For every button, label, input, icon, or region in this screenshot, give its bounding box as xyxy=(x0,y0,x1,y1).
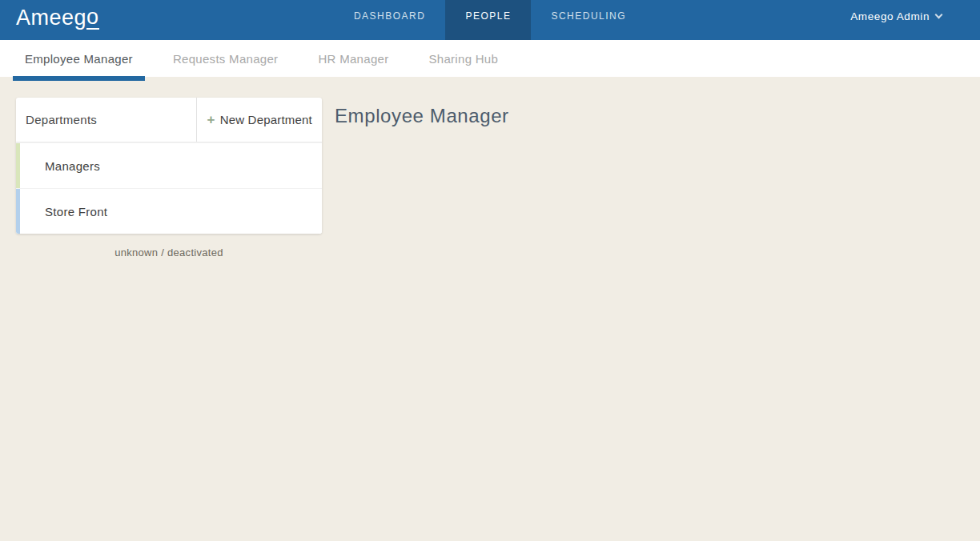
user-menu[interactable]: Ameego Admin xyxy=(850,0,942,40)
department-row-label: Managers xyxy=(45,143,100,188)
tab-sharing-hub[interactable]: Sharing Hub xyxy=(416,40,510,77)
chevron-down-icon xyxy=(935,10,943,18)
department-color-accent xyxy=(16,189,20,234)
department-row-store-front[interactable]: Store Front xyxy=(16,188,322,234)
top-nav-dashboard-label: DASHBOARD xyxy=(354,10,426,22)
department-row-label: Store Front xyxy=(45,189,107,234)
tab-requests-manager-label: Requests Manager xyxy=(173,52,279,66)
departments-panel-title: Departments xyxy=(16,98,196,142)
department-color-accent xyxy=(16,143,20,188)
top-nav: DASHBOARD PEOPLE SCHEDULING xyxy=(0,0,980,40)
tab-sharing-hub-label: Sharing Hub xyxy=(428,52,498,66)
top-nav-dashboard[interactable]: DASHBOARD xyxy=(334,0,446,40)
page-title: Employee Manager xyxy=(335,105,509,127)
tab-employee-manager[interactable]: Employee Manager xyxy=(13,40,145,77)
app-screen: Ameego DASHBOARD PEOPLE SCHEDULING Ameeg… xyxy=(0,0,980,541)
tab-employee-manager-label: Employee Manager xyxy=(25,52,133,66)
top-nav-bar: Ameego DASHBOARD PEOPLE SCHEDULING Ameeg… xyxy=(0,0,980,40)
plus-icon: + xyxy=(207,113,215,126)
top-nav-people-label: PEOPLE xyxy=(465,10,511,22)
status-note: unknown / deactivated xyxy=(16,246,322,258)
departments-panel: Departments + New Department Managers St… xyxy=(16,98,322,234)
department-row-managers[interactable]: Managers xyxy=(16,142,322,188)
top-nav-people[interactable]: PEOPLE xyxy=(445,0,531,40)
top-nav-scheduling-label: SCHEDULING xyxy=(551,10,626,22)
departments-panel-header: Departments + New Department xyxy=(16,98,322,142)
new-department-button-label: New Department xyxy=(220,113,312,126)
top-nav-scheduling[interactable]: SCHEDULING xyxy=(531,0,646,40)
tab-requests-manager[interactable]: Requests Manager xyxy=(161,40,291,77)
tab-hr-manager-label: HR Manager xyxy=(318,52,388,66)
section-tab-bar: Employee Manager Requests Manager HR Man… xyxy=(0,40,980,77)
new-department-button[interactable]: + New Department xyxy=(196,98,323,142)
tab-hr-manager[interactable]: HR Manager xyxy=(306,40,400,77)
user-menu-label: Ameego Admin xyxy=(850,10,930,22)
